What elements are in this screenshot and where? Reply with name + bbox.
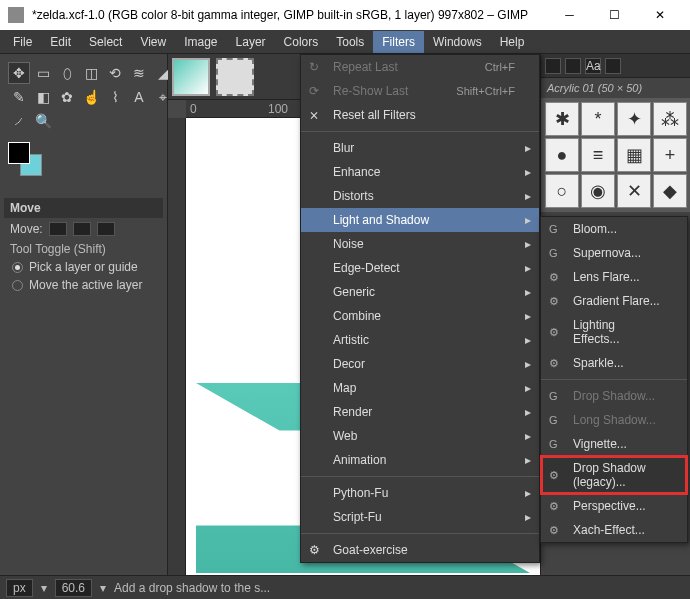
menu-lens-flare[interactable]: ⚙Lens Flare... (541, 265, 687, 289)
brush-item[interactable]: ⁂ (653, 102, 687, 136)
menu-goat-exercise[interactable]: ⚙Goat-exercise (301, 538, 539, 562)
brush-item[interactable]: ✦ (617, 102, 651, 136)
menu-animation[interactable]: Animation▸ (301, 448, 539, 472)
menu-drop-shadow[interactable]: GDrop Shadow... (541, 384, 687, 408)
menu-select[interactable]: Select (80, 31, 131, 53)
menu-bloom[interactable]: GBloom... (541, 217, 687, 241)
tool-pencil[interactable]: ✎ (8, 86, 30, 108)
menu-python-fu[interactable]: Python-Fu▸ (301, 481, 539, 505)
menu-repeat-last[interactable]: ↻Repeat LastCtrl+F (301, 55, 539, 79)
menu-light-and-shadow[interactable]: Light and Shadow▸ (301, 208, 539, 232)
tool-rect-select[interactable]: ▭ (32, 62, 54, 84)
menu-drop-shadow-legacy[interactable]: ⚙Drop Shadow (legacy)... (541, 456, 687, 494)
radio-move-active[interactable]: Move the active layer (4, 276, 163, 294)
tool-warp[interactable]: ≋ (128, 62, 150, 84)
menu-view[interactable]: View (131, 31, 175, 53)
menu-image[interactable]: Image (175, 31, 226, 53)
tool-zoom[interactable]: 🔍 (32, 110, 54, 132)
font-tab-icon[interactable]: Aa (585, 58, 601, 74)
menu-vignette[interactable]: GVignette... (541, 432, 687, 456)
menu-layer[interactable]: Layer (227, 31, 275, 53)
menu-artistic[interactable]: Artistic▸ (301, 328, 539, 352)
tool-crop[interactable]: ◫ (80, 62, 102, 84)
window-title: *zelda.xcf-1.0 (RGB color 8-bit gamma in… (32, 8, 547, 22)
move-mode-layer[interactable] (49, 222, 67, 236)
radio-pick-layer[interactable]: Pick a layer or guide (4, 258, 163, 276)
tool-free-select[interactable]: ⬯ (56, 62, 78, 84)
tool-clone[interactable]: ✿ (56, 86, 78, 108)
light-shadow-submenu: GBloom... GSupernova... ⚙Lens Flare... ⚙… (540, 216, 688, 543)
move-label: Move: (10, 222, 43, 236)
minimize-button[interactable]: ─ (547, 0, 592, 30)
tool-move[interactable]: ✥ (8, 62, 30, 84)
menu-reshow-last[interactable]: ⟳Re-Show LastShift+Ctrl+F (301, 79, 539, 103)
menu-xach-effect[interactable]: ⚙Xach-Effect... (541, 518, 687, 542)
menu-sparkle[interactable]: ⚙Sparkle... (541, 351, 687, 375)
menu-tools[interactable]: Tools (327, 31, 373, 53)
menu-distorts[interactable]: Distorts▸ (301, 184, 539, 208)
menu-generic[interactable]: Generic▸ (301, 280, 539, 304)
menu-script-fu[interactable]: Script-Fu▸ (301, 505, 539, 529)
menu-combine[interactable]: Combine▸ (301, 304, 539, 328)
brush-item[interactable]: ✱ (545, 102, 579, 136)
fg-color[interactable] (8, 142, 30, 164)
menu-map[interactable]: Map▸ (301, 376, 539, 400)
brush-item[interactable]: ≡ (581, 138, 615, 172)
pattern-tab-icon[interactable] (565, 58, 581, 74)
history-tab-icon[interactable] (605, 58, 621, 74)
status-message: Add a drop shadow to the s... (114, 581, 270, 595)
brush-item[interactable]: ○ (545, 174, 579, 208)
brush-item[interactable]: ✕ (617, 174, 651, 208)
brush-tab-icon[interactable] (545, 58, 561, 74)
menu-gradient-flare[interactable]: ⚙Gradient Flare... (541, 289, 687, 313)
image-tab[interactable] (172, 58, 210, 96)
menu-enhance[interactable]: Enhance▸ (301, 160, 539, 184)
brush-item[interactable]: ● (545, 138, 579, 172)
tool-measure[interactable]: ⟋ (8, 110, 30, 132)
image-tab-secondary[interactable] (216, 58, 254, 96)
menu-supernova[interactable]: GSupernova... (541, 241, 687, 265)
tool-eraser[interactable]: ◧ (32, 86, 54, 108)
move-mode-selection[interactable] (73, 222, 91, 236)
tool-toggle-label: Tool Toggle (Shift) (4, 240, 163, 258)
menu-lighting-effects[interactable]: ⚙Lighting Effects... (541, 313, 687, 351)
menu-blur[interactable]: Blur▸ (301, 136, 539, 160)
brush-item[interactable]: ▦ (617, 138, 651, 172)
menu-windows[interactable]: Windows (424, 31, 491, 53)
menu-file[interactable]: File (4, 31, 41, 53)
ruler-vertical (168, 118, 186, 575)
tool-options-header: Move (4, 198, 163, 218)
menu-colors[interactable]: Colors (275, 31, 328, 53)
unit-select[interactable]: px (6, 579, 33, 597)
menu-decor[interactable]: Decor▸ (301, 352, 539, 376)
tool-smudge[interactable]: ☝ (80, 86, 102, 108)
menubar: File Edit Select View Image Layer Colors… (0, 30, 690, 54)
brush-item[interactable]: ◉ (581, 174, 615, 208)
close-button[interactable]: ✕ (637, 0, 682, 30)
menu-edit[interactable]: Edit (41, 31, 80, 53)
menu-web[interactable]: Web▸ (301, 424, 539, 448)
brush-item[interactable]: * (581, 102, 615, 136)
titlebar: *zelda.xcf-1.0 (RGB color 8-bit gamma in… (0, 0, 690, 30)
menu-long-shadow[interactable]: GLong Shadow... (541, 408, 687, 432)
menu-edge-detect[interactable]: Edge-Detect▸ (301, 256, 539, 280)
brush-item[interactable]: ◆ (653, 174, 687, 208)
filters-menu: ↻Repeat LastCtrl+F ⟳Re-Show LastShift+Ct… (300, 54, 540, 563)
zoom-select[interactable]: 60.6 (55, 579, 92, 597)
menu-render[interactable]: Render▸ (301, 400, 539, 424)
color-swatch[interactable] (8, 142, 48, 176)
app-icon (8, 7, 24, 23)
menu-reset-filters[interactable]: ⨯Reset all Filters (301, 103, 539, 127)
menu-perspective[interactable]: ⚙Perspective... (541, 494, 687, 518)
brush-name: Acrylic 01 (50 × 50) (541, 78, 690, 98)
statusbar: px▾ 60.6▾ Add a drop shadow to the s... (0, 575, 690, 599)
maximize-button[interactable]: ☐ (592, 0, 637, 30)
menu-help[interactable]: Help (491, 31, 534, 53)
tool-rotate[interactable]: ⟲ (104, 62, 126, 84)
tool-path[interactable]: ⌇ (104, 86, 126, 108)
menu-noise[interactable]: Noise▸ (301, 232, 539, 256)
move-mode-path[interactable] (97, 222, 115, 236)
brush-item[interactable]: + (653, 138, 687, 172)
tool-text[interactable]: A (128, 86, 150, 108)
menu-filters[interactable]: Filters (373, 31, 424, 53)
